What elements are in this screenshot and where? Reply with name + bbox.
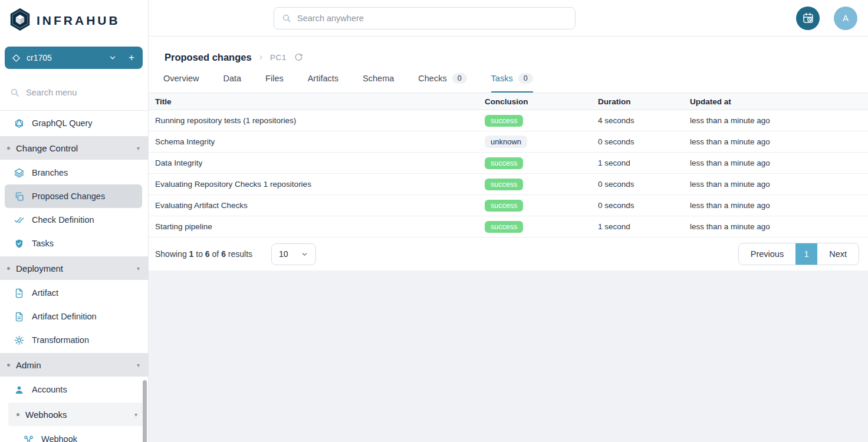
- avatar[interactable]: A: [834, 6, 857, 30]
- sidebar-item-label: Branches: [32, 168, 68, 177]
- task-title: Evaluating Repository Checks 1 repositor…: [155, 180, 485, 189]
- sidebar-item-branches[interactable]: Branches: [5, 161, 142, 184]
- table-row[interactable]: Data Integritysuccess1 secondless than a…: [149, 153, 868, 174]
- schedule-button[interactable]: [796, 6, 820, 30]
- chevron-right-icon: ›: [259, 52, 262, 62]
- sidebar-item-proposed-changes[interactable]: Proposed Changes: [5, 184, 142, 208]
- sidebar-scrollbar[interactable]: [143, 380, 147, 442]
- column-header-updated-at: Updated at: [690, 97, 868, 106]
- breadcrumb: Proposed changes › PC1: [149, 37, 868, 64]
- conclusion-cell: success: [485, 200, 598, 212]
- tab-artifacts[interactable]: Artifacts: [308, 73, 338, 93]
- sidebar-search[interactable]: [0, 74, 148, 111]
- tab-data[interactable]: Data: [223, 73, 241, 93]
- artifact-definition-icon: [14, 311, 25, 322]
- tab-label: Tasks: [491, 74, 513, 83]
- table-row[interactable]: Schema Integrityunknown0 secondsless tha…: [149, 131, 868, 153]
- branch-selector[interactable]: cr1705 +: [5, 47, 143, 69]
- current-page-button[interactable]: 1: [795, 243, 817, 265]
- page-background: [149, 271, 868, 442]
- results-summary: Showing 1 to 6 of 6 results: [155, 249, 252, 259]
- task-title: Schema Integrity: [155, 137, 485, 146]
- sidebar: INFRAHUB cr1705 + GraphQL QueryChange Co…: [0, 0, 149, 442]
- artifact-icon: [14, 288, 25, 298]
- search-icon: [282, 14, 291, 23]
- chevron-down-icon: [301, 250, 308, 258]
- sidebar-item-tasks[interactable]: Tasks: [5, 232, 142, 255]
- sidebar-group-admin[interactable]: Admin▾: [0, 353, 148, 377]
- tab-label: Artifacts: [308, 74, 338, 83]
- sidebar-item-accounts[interactable]: Accounts: [5, 378, 142, 401]
- content-card: Proposed changes › PC1 OverviewDataFiles…: [149, 37, 868, 271]
- check-definition-icon: [14, 215, 25, 225]
- tab-label: Schema: [363, 74, 394, 83]
- tab-files[interactable]: Files: [265, 73, 284, 93]
- proposed-changes-icon: [14, 191, 25, 202]
- conclusion-cell: unknown: [485, 136, 598, 148]
- status-badge: success: [485, 157, 523, 169]
- sidebar-search-input[interactable]: [26, 88, 138, 97]
- previous-page-button[interactable]: Previous: [739, 243, 795, 265]
- task-duration: 0 seconds: [598, 180, 690, 189]
- sidebar-menu: GraphQL QueryChange Control▾BranchesProp…: [0, 111, 148, 442]
- tab-label: Data: [223, 74, 241, 83]
- chevron-down-icon[interactable]: [108, 54, 117, 62]
- status-badge: success: [485, 115, 523, 127]
- branches-icon: [14, 167, 25, 178]
- table-row[interactable]: Running repository tests (1 repositories…: [149, 110, 868, 131]
- bullet-icon: [7, 267, 10, 270]
- sidebar-group-label: Change Control: [16, 143, 78, 153]
- task-title: Running repository tests (1 repositories…: [155, 116, 485, 125]
- sidebar-group-deployment[interactable]: Deployment▾: [0, 256, 148, 280]
- task-updated-at: less than a minute ago: [690, 116, 868, 125]
- task-duration: 0 seconds: [598, 201, 690, 210]
- global-search-input[interactable]: [297, 14, 567, 23]
- page-title[interactable]: Proposed changes: [165, 52, 252, 63]
- column-header-conclusion: Conclusion: [485, 97, 598, 106]
- graphql-icon: [14, 118, 25, 128]
- tasks-icon: [14, 238, 25, 249]
- page-size-select[interactable]: 10: [271, 243, 316, 265]
- tab-count-badge: 0: [518, 73, 533, 84]
- sidebar-item-label: Proposed Changes: [32, 192, 105, 201]
- column-header-title: Title: [155, 97, 485, 106]
- sidebar-group-webhooks[interactable]: Webhooks▾: [8, 403, 146, 426]
- tab-checks[interactable]: Checks0: [418, 73, 466, 93]
- table-row[interactable]: Evaluating Repository Checks 1 repositor…: [149, 174, 868, 195]
- task-updated-at: less than a minute ago: [690, 222, 868, 231]
- sidebar-item-webhook[interactable]: Webhook: [5, 427, 142, 442]
- tab-label: Checks: [418, 74, 446, 83]
- sidebar-group-label: Deployment: [16, 263, 63, 273]
- breadcrumb-item[interactable]: PC1: [270, 53, 287, 62]
- brand-logo[interactable]: INFRAHUB: [0, 0, 148, 39]
- refresh-icon[interactable]: [294, 53, 303, 62]
- table-row[interactable]: Starting pipelinesuccess1 secondless tha…: [149, 216, 868, 238]
- sidebar-group-change-control[interactable]: Change Control▾: [0, 136, 148, 160]
- conclusion-cell: success: [485, 157, 598, 169]
- table-row[interactable]: Evaluating Artifact Checkssuccess0 secon…: [149, 195, 868, 216]
- table-body: Running repository tests (1 repositories…: [149, 110, 868, 238]
- branch-selector-label: cr1705: [27, 53, 52, 62]
- sidebar-item-transformation[interactable]: Transformation: [5, 328, 142, 352]
- tab-bar: OverviewDataFilesArtifactsSchemaChecks0T…: [149, 73, 868, 93]
- transformation-icon: [14, 335, 25, 345]
- column-header-duration: Duration: [598, 97, 690, 106]
- infrahub-hexagon-logo-icon: [9, 8, 31, 34]
- sidebar-item-artifact[interactable]: Artifact: [5, 281, 142, 305]
- next-page-button[interactable]: Next: [817, 243, 859, 265]
- tab-schema[interactable]: Schema: [363, 73, 394, 93]
- tab-overview[interactable]: Overview: [163, 73, 199, 93]
- bullet-icon: [7, 147, 10, 150]
- table-header: TitleConclusionDurationUpdated at: [149, 93, 868, 110]
- status-badge: success: [485, 200, 523, 212]
- sidebar-item-artifact-definition[interactable]: Artifact Definition: [5, 305, 142, 328]
- tab-tasks[interactable]: Tasks0: [491, 73, 533, 93]
- conclusion-cell: success: [485, 115, 598, 127]
- global-search[interactable]: [274, 7, 576, 29]
- plus-icon[interactable]: +: [129, 52, 134, 64]
- status-badge: success: [485, 221, 523, 233]
- sidebar-item-label: Transformation: [32, 335, 89, 345]
- sidebar-item-check-definition[interactable]: Check Definition: [5, 208, 142, 232]
- sidebar-item-graphql-query[interactable]: GraphQL Query: [5, 111, 142, 135]
- task-title: Data Integrity: [155, 159, 485, 167]
